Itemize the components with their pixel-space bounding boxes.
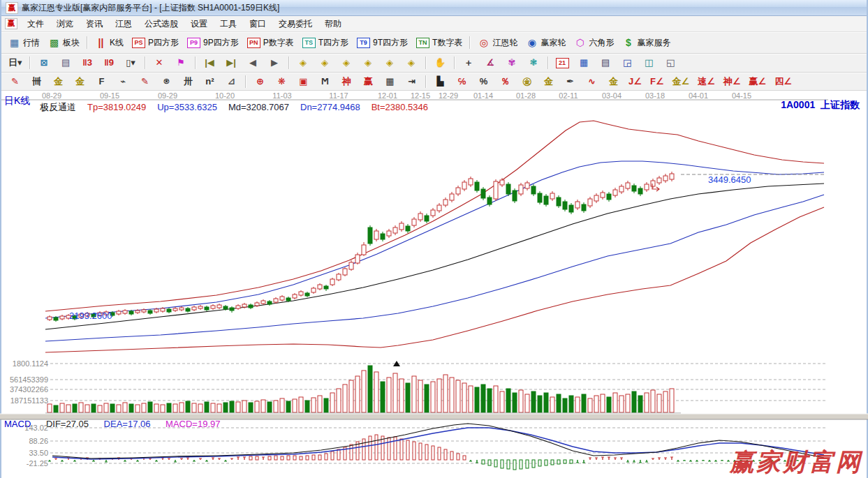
spiral-button[interactable]: ⌁	[114, 74, 133, 89]
brain-tool-button[interactable]: ❃	[524, 55, 543, 70]
color-flag-button[interactable]: ⚑	[172, 55, 191, 70]
tool-label: T四方形	[318, 37, 348, 49]
chart-area[interactable]: 日K线 08-2909-1509-2910-2011-0311-1712-011…	[1, 91, 867, 478]
9t-square-button[interactable]: T99T四方形	[354, 36, 411, 50]
comb-2-button[interactable]: 卅	[179, 74, 198, 89]
angle-ruler-button[interactable]: ⊿	[222, 74, 241, 89]
gold-line-2-button[interactable]: 金	[604, 74, 623, 89]
zoom-out-x-button[interactable]: ◈	[294, 55, 313, 70]
grid-box-button[interactable]: ▣	[294, 74, 313, 89]
grid-123-button[interactable]: ▦	[381, 74, 399, 89]
f-angle-button[interactable]: F∠	[647, 74, 667, 89]
gann-flower-button[interactable]: ✾	[503, 55, 522, 70]
macd-scale-3: -21.25	[5, 459, 48, 468]
ma9-tool-button[interactable]: ‖9	[100, 55, 119, 70]
expand-y-button[interactable]: ◈	[381, 55, 399, 70]
circle-target-button[interactable]: ⊕	[251, 74, 270, 89]
span-measure-button[interactable]: ⇥	[402, 74, 421, 89]
t-digit-table-button[interactable]: TNT数字表	[413, 36, 465, 50]
histogram-tool-icon: ▙	[434, 75, 447, 88]
n-squared-button[interactable]: n²	[200, 74, 219, 89]
kline-chart-canvas[interactable]	[0, 91, 868, 478]
calendar-button[interactable]: 21	[553, 57, 572, 70]
pan-hand-button[interactable]: ✋	[431, 55, 450, 70]
expand-x-button[interactable]: ◈	[337, 55, 356, 70]
f-comb-icon: F	[95, 75, 108, 88]
menu-3[interactable]: 江恩	[109, 17, 138, 31]
ying-angle-button[interactable]: 赢∠	[746, 74, 770, 89]
menu-9[interactable]: 帮助	[318, 17, 348, 31]
print-button[interactable]: ◱	[661, 55, 680, 70]
menu-1[interactable]: 浏览	[50, 17, 80, 31]
ma3-tool-button[interactable]: ‖3	[78, 55, 97, 70]
gold-comb-1-button[interactable]: 金	[49, 74, 68, 89]
sectors-button[interactable]: ▩板块	[45, 36, 82, 50]
hexagon-button[interactable]: ⬡六角形	[571, 36, 617, 50]
gann-wheel-button[interactable]: ◎江恩轮	[475, 36, 520, 50]
window-titlebar[interactable]: 赢 赢家江恩专业版[赢家内部服务平台] - [上证指数 SH1A0001-159…	[1, 0, 867, 16]
kline-style-dropdown-button[interactable]: 日▾	[6, 55, 25, 70]
compress-y-button[interactable]: ◈	[402, 55, 421, 70]
gann-comb-button[interactable]: 卌	[27, 74, 46, 89]
kline-button[interactable]: ||K线	[92, 36, 126, 50]
toolbar-separator	[547, 57, 549, 69]
gold-angle-button[interactable]: 金∠	[670, 74, 693, 89]
notepad-button[interactable]: ▤	[596, 55, 615, 70]
j-angle-button[interactable]: J∠	[626, 74, 645, 89]
candle-dropdown-button[interactable]: ▯▾	[122, 55, 140, 70]
quotes-button[interactable]: ▦行情	[6, 36, 43, 50]
percent-line-button[interactable]: ％	[496, 74, 515, 89]
si-angle-button[interactable]: 四∠	[772, 74, 795, 89]
pencil-red-button[interactable]: ✎	[135, 74, 154, 89]
time-cycle-button[interactable]: ⍟	[157, 74, 176, 89]
crosshair-button[interactable]: ＋	[459, 55, 478, 70]
crystal-tool-button[interactable]: ⊠	[35, 55, 54, 70]
star-burst-button[interactable]: ❋	[272, 74, 291, 89]
su-angle-button[interactable]: 速∠	[695, 74, 718, 89]
menu-6[interactable]: 工具	[214, 17, 243, 31]
angle-measure-button[interactable]: ∡	[481, 55, 500, 70]
pen-line-button[interactable]: ✒	[561, 74, 580, 89]
shen-comb-button[interactable]: 神	[337, 74, 356, 89]
histogram-tool-button[interactable]: ▙	[431, 74, 450, 89]
nav-prev-button[interactable]: ◀	[244, 55, 263, 70]
m-marker-button[interactable]: Ϻ	[316, 74, 334, 89]
date-tick-11-03: 11-03	[272, 91, 291, 100]
nav-first-button[interactable]: |◀	[200, 55, 219, 70]
menu-4[interactable]: 公式选股	[138, 17, 184, 31]
calculator-button[interactable]: ▦	[575, 55, 594, 70]
zoom-in-x-button[interactable]: ◈	[316, 55, 334, 70]
wave-red-button[interactable]: ∿	[582, 74, 601, 89]
menu-8[interactable]: 交易委托	[272, 17, 318, 31]
compress-y-icon: ◈	[405, 57, 418, 69]
tool-label: 行情	[23, 37, 40, 49]
9p-square-button[interactable]: P99P四方形	[184, 36, 242, 50]
t-square-button[interactable]: TST四方形	[300, 36, 351, 50]
compress-x-button[interactable]: ◈	[359, 55, 378, 70]
menu-0[interactable]: 文件	[21, 17, 50, 31]
winner-service-button[interactable]: $赢家服务	[619, 36, 673, 50]
percent-angle-button[interactable]: ℅	[453, 74, 471, 89]
menu-5[interactable]: 设置	[184, 17, 214, 31]
f-comb-button[interactable]: F	[92, 74, 111, 89]
save-floppy-button[interactable]: ◲	[618, 55, 637, 70]
delete-line-button[interactable]: ✕	[150, 55, 169, 70]
info-clipboard-button[interactable]: ▤	[57, 55, 75, 70]
web-export-button[interactable]: ◫	[640, 55, 659, 70]
menu-bar: 赢 文件浏览资讯江恩公式选股设置工具窗口交易委托帮助	[1, 16, 867, 32]
vol-scale-1: 561453399	[5, 375, 48, 384]
winner-wheel-button[interactable]: ◉赢家轮	[523, 36, 568, 50]
gold-circle-button[interactable]: ㊎	[517, 74, 536, 89]
nav-last-button[interactable]: ▶|	[222, 55, 241, 70]
shen-angle-button[interactable]: 神∠	[721, 74, 744, 89]
p-square-button[interactable]: PSP四方形	[129, 36, 182, 50]
gold-line-button[interactable]: 金	[539, 74, 558, 89]
menu-7[interactable]: 窗口	[243, 17, 272, 31]
p-digit-table-button[interactable]: PNP数字表	[244, 36, 297, 50]
percent-button[interactable]: %	[474, 74, 493, 89]
ying-comb-button[interactable]: 赢	[359, 74, 378, 89]
nav-next-button[interactable]: ▶	[265, 55, 284, 70]
pencil-button[interactable]: ✎	[6, 74, 24, 89]
menu-2[interactable]: 资讯	[80, 17, 109, 31]
gold-comb-2-button[interactable]: 金	[71, 74, 89, 89]
